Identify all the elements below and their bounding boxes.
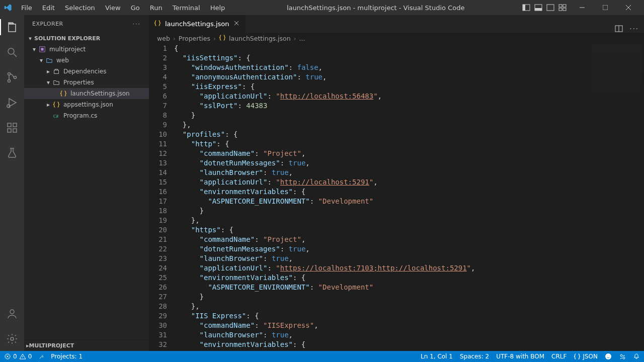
ab-testing[interactable] bbox=[0, 145, 24, 161]
ab-settings[interactable] bbox=[0, 331, 24, 347]
svg-rect-6 bbox=[559, 5, 562, 7]
tree-item-web[interactable]: ▾web bbox=[24, 55, 149, 66]
line-number-gutter: 1234567891011121314151617181920212223242… bbox=[149, 44, 174, 351]
menu-go[interactable]: Go bbox=[127, 2, 144, 14]
svg-rect-24 bbox=[13, 123, 17, 127]
menu-terminal[interactable]: Terminal bbox=[169, 2, 204, 14]
status-encoding[interactable]: UTF-8 with BOM bbox=[496, 353, 544, 360]
cs-icon: C# bbox=[52, 112, 60, 120]
code-editor[interactable]: 1234567891011121314151617181920212223242… bbox=[149, 44, 644, 351]
json-icon bbox=[59, 89, 67, 98]
menu-help[interactable]: Help bbox=[206, 2, 229, 14]
tree-item-program-cs[interactable]: C#Program.cs bbox=[24, 110, 149, 121]
twisty-icon: ▸ bbox=[44, 101, 52, 108]
crumb-file[interactable]: launchSettings.json bbox=[229, 35, 291, 42]
status-feedback-icon[interactable] bbox=[605, 353, 612, 360]
svg-rect-22 bbox=[8, 129, 11, 132]
svg-rect-3 bbox=[535, 8, 542, 11]
svg-rect-8 bbox=[559, 8, 562, 11]
tab-label: launchSettings.json bbox=[165, 20, 229, 28]
status-projects[interactable]: Projects: 1 bbox=[51, 353, 83, 360]
svg-point-17 bbox=[8, 80, 11, 82]
twisty-icon: ▾ bbox=[30, 46, 38, 53]
svg-text:C#: C# bbox=[53, 114, 59, 119]
tab-launchsettings[interactable]: launchSettings.json bbox=[149, 15, 246, 33]
svg-point-41 bbox=[609, 355, 610, 356]
toggle-panel-icon[interactable] bbox=[534, 4, 542, 12]
status-language-label: JSON bbox=[583, 353, 598, 360]
menu-selection[interactable]: Selection bbox=[61, 2, 99, 14]
svg-point-16 bbox=[8, 73, 11, 75]
crumb-ellipsis[interactable]: ... bbox=[299, 35, 305, 42]
tree-item-dependencies[interactable]: ▸Dependencies bbox=[24, 66, 149, 77]
svg-rect-1 bbox=[523, 5, 525, 11]
menu-run[interactable]: Run bbox=[146, 2, 167, 14]
folder-icon bbox=[52, 78, 60, 86]
editor-more-icon[interactable]: ··· bbox=[630, 25, 639, 33]
menu-bar: File Edit Selection View Go Run Terminal… bbox=[17, 2, 229, 14]
tree-item-label: launchSettings.json bbox=[70, 90, 130, 97]
svg-point-42 bbox=[620, 354, 622, 356]
code-content[interactable]: { "iisSettings": { "windowsAuthenticatio… bbox=[174, 44, 644, 351]
breadcrumbs[interactable]: web› Properties› launchSettings.json› ..… bbox=[149, 33, 644, 44]
svg-rect-7 bbox=[563, 5, 566, 7]
close-icon[interactable] bbox=[233, 20, 240, 28]
section-multiproject[interactable]: ▸ MULTIPROJECT bbox=[24, 340, 149, 351]
tree-item-label: Program.cs bbox=[63, 112, 97, 119]
minimap[interactable] bbox=[592, 44, 642, 144]
status-branch[interactable] bbox=[38, 353, 45, 360]
vscode-logo-icon bbox=[4, 4, 12, 12]
ab-source-control[interactable] bbox=[0, 69, 24, 85]
tree-item-multiproject[interactable]: ▾multiproject bbox=[24, 44, 149, 55]
window-minimize-button[interactable] bbox=[571, 0, 594, 15]
customize-layout-icon[interactable] bbox=[558, 4, 567, 12]
section-solution-explorer[interactable]: ▾ SOLUTION EXPLORER bbox=[24, 33, 149, 44]
svg-point-26 bbox=[11, 337, 14, 340]
toggle-primary-sidebar-icon[interactable] bbox=[522, 4, 530, 12]
ab-accounts[interactable] bbox=[0, 306, 24, 322]
menu-edit[interactable]: Edit bbox=[38, 2, 59, 14]
svg-rect-11 bbox=[603, 5, 608, 10]
svg-point-43 bbox=[623, 357, 625, 359]
status-bell-icon[interactable] bbox=[633, 353, 640, 360]
tree-item-label: Dependencies bbox=[63, 68, 106, 75]
menu-file[interactable]: File bbox=[17, 2, 36, 14]
sidebar-more-icon[interactable]: ··· bbox=[133, 21, 141, 27]
json-file-icon bbox=[219, 34, 226, 43]
editor-tabs: launchSettings.json ··· bbox=[149, 15, 644, 33]
tree-item-launchsettings-json[interactable]: launchSettings.json bbox=[24, 88, 149, 99]
status-eol[interactable]: CRLF bbox=[551, 353, 567, 360]
status-language[interactable]: JSON bbox=[574, 353, 598, 360]
status-errors[interactable]: 0 0 bbox=[4, 353, 32, 360]
project-icon bbox=[45, 56, 53, 64]
ab-extensions[interactable] bbox=[0, 120, 24, 136]
svg-rect-5 bbox=[551, 5, 554, 11]
svg-rect-28 bbox=[41, 48, 43, 50]
status-ln-col[interactable]: Ln 1, Col 1 bbox=[421, 353, 453, 360]
svg-rect-9 bbox=[563, 8, 566, 11]
ab-explorer[interactable] bbox=[0, 19, 24, 35]
twisty-icon: ▸ bbox=[44, 68, 52, 75]
svg-rect-29 bbox=[54, 70, 59, 73]
crumb-properties[interactable]: Properties bbox=[179, 35, 210, 42]
split-editor-icon[interactable] bbox=[615, 25, 623, 33]
svg-point-14 bbox=[8, 48, 14, 54]
window-maximize-button[interactable] bbox=[594, 0, 617, 15]
status-indent[interactable]: Spaces: 2 bbox=[460, 353, 489, 360]
toggle-secondary-sidebar-icon[interactable] bbox=[546, 4, 554, 12]
tree-item-appsettings-json[interactable]: ▸appsettings.json bbox=[24, 99, 149, 110]
editor-area: launchSettings.json ··· web› Properties›… bbox=[149, 15, 644, 351]
solution-icon bbox=[38, 45, 46, 53]
section-label: MULTIPROJECT bbox=[29, 342, 74, 349]
ab-run-debug[interactable] bbox=[0, 95, 24, 111]
svg-point-25 bbox=[10, 310, 14, 314]
ab-search[interactable] bbox=[0, 44, 24, 60]
status-errors-count: 0 bbox=[13, 353, 17, 360]
window-close-button[interactable] bbox=[617, 0, 640, 15]
tree-item-properties[interactable]: ▾Properties bbox=[24, 77, 149, 88]
twisty-icon: ▾ bbox=[37, 57, 45, 64]
menu-view[interactable]: View bbox=[101, 2, 125, 14]
crumb-web[interactable]: web bbox=[157, 35, 170, 42]
activity-bar bbox=[0, 15, 24, 351]
status-live-share-icon[interactable] bbox=[619, 353, 626, 360]
